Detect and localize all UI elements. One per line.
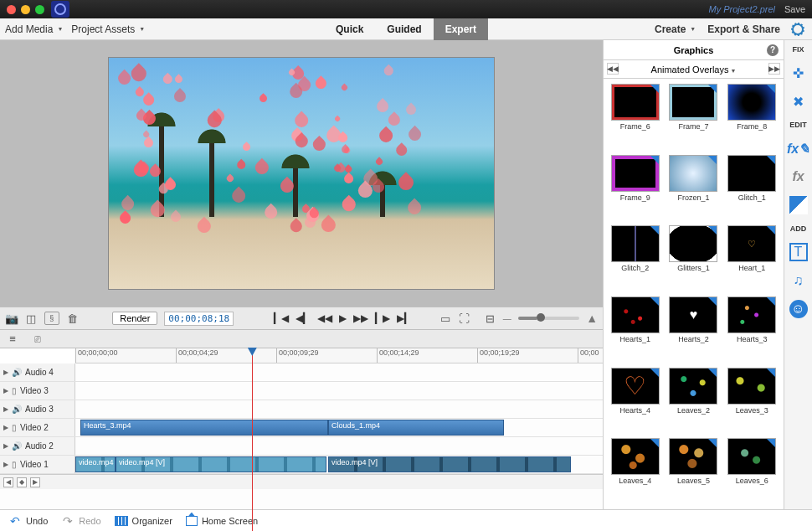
- timeline-view-icon[interactable]: ≡: [5, 332, 20, 347]
- graphics-thumb: [611, 296, 660, 333]
- graphics-item[interactable]: Glitch_1: [725, 155, 779, 221]
- track-header[interactable]: ▶🔊Audio 2: [0, 437, 75, 455]
- graphics-thumb: [727, 368, 776, 405]
- home-screen-button[interactable]: Home Screen: [186, 516, 258, 526]
- graphics-item[interactable]: ♡Heart_1: [725, 225, 779, 291]
- add-media-menu[interactable]: Add Media: [5, 23, 63, 35]
- tab-guided[interactable]: Guided: [375, 18, 433, 40]
- transitions-icon[interactable]: [789, 196, 808, 214]
- track-header[interactable]: ▶🔊Audio 4: [0, 363, 75, 381]
- track-row: ▶▯Video 1video.mp4 [video.mp4 [V]video.m…: [0, 456, 603, 474]
- graphics-item[interactable]: Frame_8: [725, 84, 779, 150]
- track-next-icon[interactable]: ▶: [30, 477, 40, 487]
- track-lane[interactable]: Hearts_3.mp4Clouds_1.mp4: [75, 419, 603, 436]
- graphics-item[interactable]: Glitters_1: [667, 225, 721, 291]
- panel-prev-icon[interactable]: ◀◀: [607, 63, 619, 75]
- timeline-clip[interactable]: video.mp4 [: [75, 456, 116, 472]
- graphics-item[interactable]: Frozen_1: [667, 155, 721, 221]
- timecode-display[interactable]: 00;00;08;18: [164, 312, 234, 326]
- rewind-icon[interactable]: ◀◀: [317, 312, 332, 324]
- track-header[interactable]: ▶▯Video 1: [0, 456, 75, 473]
- maximize-window-button[interactable]: [35, 5, 44, 14]
- track-header[interactable]: ▶🔊Audio 3: [0, 400, 75, 418]
- graphics-item[interactable]: Hearts_3: [725, 296, 779, 363]
- redo-button[interactable]: ↷Redo: [61, 514, 100, 528]
- undo-button[interactable]: ↶Undo: [8, 514, 48, 528]
- graphics-item[interactable]: Frame_6: [609, 84, 662, 150]
- panel-next-icon[interactable]: ▶▶: [768, 63, 780, 75]
- track-collapse-icon[interactable]: ◆: [17, 477, 27, 487]
- music-icon[interactable]: ♫: [789, 271, 808, 290]
- help-icon[interactable]: ?: [767, 44, 779, 56]
- track-lane[interactable]: [75, 437, 603, 455]
- graphics-label: Leaves_6: [736, 477, 768, 485]
- fast-forward-icon[interactable]: ▶▶: [353, 312, 368, 324]
- graphics-item[interactable]: Glitch_2: [609, 225, 662, 291]
- export-share-button[interactable]: Export & Share: [707, 23, 780, 35]
- step-back-icon[interactable]: ◀▎: [296, 312, 311, 324]
- timeline-clip[interactable]: Hearts_3.mp4: [80, 420, 328, 436]
- track-lane[interactable]: video.mp4 [video.mp4 [V]video.mp4 [V]: [75, 456, 603, 473]
- track-header[interactable]: ▶▯Video 2: [0, 419, 75, 436]
- create-menu[interactable]: Create: [655, 23, 696, 35]
- go-start-icon[interactable]: ▎◀: [274, 312, 289, 324]
- step-forward-icon[interactable]: ▎▶: [375, 312, 390, 324]
- graphics-label: Frame_7: [678, 122, 708, 131]
- save-link[interactable]: Save: [784, 4, 805, 14]
- graphics-item[interactable]: ♡Hearts_4: [609, 368, 662, 434]
- monitor-safe-margin-icon[interactable]: ▭: [439, 311, 452, 326]
- delete-icon[interactable]: 🗑: [66, 311, 79, 326]
- tools-icon[interactable]: ✖: [789, 92, 808, 111]
- tab-quick[interactable]: Quick: [324, 18, 375, 40]
- organizer-button[interactable]: Organizer: [115, 516, 172, 526]
- video-preview[interactable]: [109, 58, 494, 289]
- render-button[interactable]: Render: [112, 312, 157, 325]
- audio-view-icon[interactable]: ⎚: [30, 332, 45, 347]
- graphics-label: Frame_6: [620, 122, 650, 131]
- track-prev-icon[interactable]: ◀: [3, 477, 13, 487]
- monitor-fullscreen-icon[interactable]: ⛶: [458, 311, 470, 326]
- graphics-item[interactable]: Leaves_3: [725, 368, 779, 434]
- graphics-item[interactable]: ♥Hearts_2: [667, 296, 721, 363]
- play-icon[interactable]: ▶: [339, 312, 347, 324]
- track-row: ▶🔊Audio 4: [0, 363, 603, 382]
- graphics-item[interactable]: Frame_7: [667, 84, 721, 150]
- graphics-label: Leaves_4: [619, 477, 651, 485]
- track-lane[interactable]: [75, 363, 603, 381]
- panel-category-select[interactable]: Animated Overlays: [651, 64, 737, 75]
- rail-fix-label: FIX: [792, 45, 804, 54]
- fx-brush-icon[interactable]: fx✎: [789, 139, 808, 157]
- graphics-rail-icon[interactable]: ☺: [789, 300, 808, 318]
- graphics-thumb: [669, 368, 717, 405]
- marker-tool-icon[interactable]: §: [44, 312, 59, 325]
- go-end-icon[interactable]: ▶▎: [397, 312, 412, 324]
- graphics-item[interactable]: Leaves_5: [667, 438, 721, 504]
- graphics-item[interactable]: Frame_9: [609, 155, 662, 221]
- minimize-window-button[interactable]: [21, 5, 30, 14]
- zoom-fit-icon[interactable]: ⊟: [484, 311, 496, 326]
- playhead[interactable]: [252, 348, 253, 531]
- timeline-ruler[interactable]: 00;00;00;0000;00;04;2900;00;09;2900;00;1…: [75, 348, 603, 363]
- effects-icon[interactable]: fx: [789, 168, 808, 186]
- graphics-item[interactable]: Leaves_4: [609, 438, 662, 504]
- titles-icon[interactable]: T: [789, 243, 808, 261]
- close-window-button[interactable]: [7, 5, 16, 14]
- graphics-item[interactable]: Leaves_6: [725, 438, 779, 504]
- snapshot-icon[interactable]: 📷: [5, 311, 18, 326]
- new-item-icon[interactable]: ◫: [25, 311, 38, 326]
- timeline-clip[interactable]: video.mp4 [V]: [328, 456, 571, 472]
- tab-expert[interactable]: Expert: [434, 18, 488, 40]
- timeline-clip[interactable]: Clouds_1.mp4: [328, 420, 504, 436]
- adjust-icon[interactable]: ✜: [789, 64, 808, 82]
- graphics-label: Leaves_2: [677, 406, 710, 415]
- track-header[interactable]: ▶▯Video 3: [0, 382, 75, 400]
- playback-controls: ▎◀ ◀▎ ◀◀ ▶ ▶▶ ▎▶ ▶▎: [274, 312, 412, 324]
- graphics-item[interactable]: Hearts_1: [609, 296, 662, 363]
- graphics-item[interactable]: Leaves_2: [667, 368, 721, 434]
- track-lane[interactable]: [75, 400, 603, 418]
- timeline-clip[interactable]: video.mp4 [V]: [116, 456, 326, 472]
- zoom-slider[interactable]: [518, 317, 580, 320]
- settings-gear-icon[interactable]: [792, 23, 804, 35]
- project-assets-menu[interactable]: Project Assets: [71, 23, 145, 35]
- track-lane[interactable]: [75, 382, 603, 400]
